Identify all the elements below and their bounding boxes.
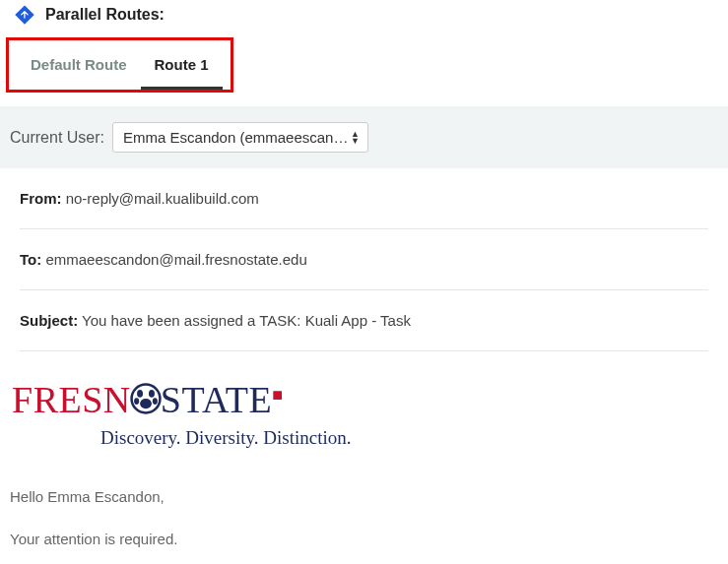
page-title: Parallel Routes:	[45, 6, 165, 24]
logo-text-state: STATE	[161, 379, 272, 420]
logo-dot-icon: ■	[272, 385, 283, 405]
current-user-value: Emma Escandon (emmaeescan…	[123, 129, 348, 146]
tab-default-route[interactable]: Default Route	[17, 46, 141, 90]
current-user-bar: Current User: Emma Escandon (emmaeescan……	[0, 106, 728, 168]
current-user-select[interactable]: Emma Escandon (emmaeescan… ▲▼	[112, 122, 368, 153]
paw-icon	[129, 382, 163, 421]
parallel-routes-icon	[14, 4, 35, 26]
email-to-value: emmaeescandon@mail.fresnostate.edu	[45, 251, 306, 268]
email-body: Hello Emma Escandon, Your attention is r…	[0, 459, 728, 564]
tabs-highlight-box: Default Route Route 1	[6, 37, 233, 93]
email-to-label: To:	[20, 251, 41, 268]
svg-point-4	[134, 398, 139, 405]
route-tabs: Default Route Route 1	[9, 40, 231, 90]
email-from-row: From: no-reply@mail.kualibuild.com	[20, 168, 708, 229]
logo-text-fresn: FRESN	[12, 379, 131, 420]
current-user-label: Current User:	[10, 129, 104, 147]
tab-route-1[interactable]: Route 1	[141, 46, 223, 90]
email-from-label: From:	[20, 190, 62, 207]
email-to-row: To: emmaeescandon@mail.fresnostate.edu	[20, 229, 708, 290]
email-subject-value: You have been assigned a TASK: Kuali App…	[82, 312, 411, 329]
email-from-value: no-reply@mail.kualibuild.com	[66, 190, 259, 207]
email-greeting: Hello Emma Escandon,	[10, 488, 718, 505]
logo-tagline: Discovery. Diversity. Distinction.	[100, 427, 716, 449]
email-subject-row: Subject: You have been assigned a TASK: …	[20, 290, 708, 351]
svg-point-6	[140, 399, 152, 408]
svg-point-3	[149, 390, 155, 398]
svg-point-2	[137, 390, 143, 398]
email-body-line: Your attention is required.	[10, 531, 718, 547]
email-header-section: From: no-reply@mail.kualibuild.com To: e…	[0, 168, 728, 351]
fresno-state-logo: FRESNSTATE■ Discovery. Diversity. Distin…	[0, 351, 728, 459]
svg-point-5	[153, 398, 158, 405]
select-caret-icon: ▲▼	[351, 131, 360, 145]
email-subject-label: Subject:	[20, 312, 78, 329]
